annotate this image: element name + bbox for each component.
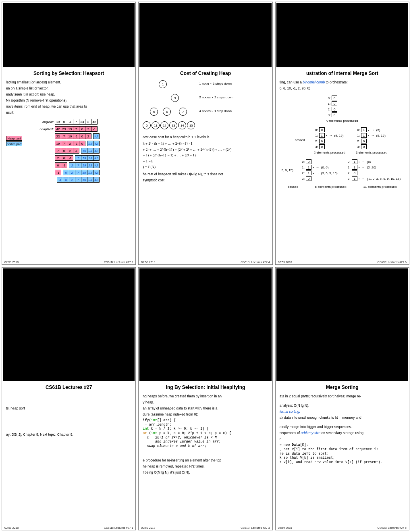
comb-stage-0: 0:0 1:0 2:0 3:0 0 elements processed — [280, 92, 405, 124]
slide-6-title: ustration of Internal Merge Sort — [280, 71, 405, 76]
slide-3: ing By Selection: Initial Heapifying ng … — [138, 267, 272, 530]
s3-code: ify(int[] arr) { = arr.length; int k = N… — [143, 418, 268, 448]
s3-line-0: ng heaps before, we created them by inse… — [143, 394, 268, 399]
s6-intro: ting, can use a binomial comb to orchest… — [280, 80, 405, 85]
footer-date-1: 02:59 2018 — [4, 526, 19, 529]
s5-l1-0: ata in 2 equal parts; recursively sort h… — [280, 394, 405, 399]
footer-page-2: CS61B: Lectures #27 2 — [104, 261, 133, 264]
heap-tree: 1 3 5 6 7 0 11 12 13 14 15 1 node × 3 st… — [143, 80, 268, 133]
s4-math-1: + 2¹ + … + 2^{h−1}) + (2⁰ + 2¹ + … + 2^{… — [143, 147, 268, 152]
tree-node-11: 11 — [152, 121, 160, 129]
s4-tail-2: symptotic cost. — [143, 178, 268, 183]
black-region — [3, 268, 135, 381]
s5-l2-4: e: — [280, 437, 405, 441]
tree-note-0: 1 node × 3 steps down — [199, 82, 232, 85]
footer-page-3: CS61B: Lectures #27 3 — [241, 526, 270, 529]
tree-node-0: 0 — [143, 121, 151, 129]
footer-page-5: CS61B: Lectures #27 5 — [378, 526, 407, 529]
footer-date-6: 02:59 2018 — [278, 261, 292, 264]
slide-3-title: ing By Selection: Initial Heapifying — [143, 384, 268, 390]
s3-tail-1: he heap is removed, repeated N/2 times. — [143, 464, 268, 469]
footer-page-6: CS61B: Lectures #27 6 — [378, 261, 407, 264]
tree-node-15: 15 — [187, 121, 195, 129]
tree-node-13: 13 — [169, 121, 177, 129]
s1-line-0: ts, heap sort — [6, 406, 131, 411]
s4-worst-intro: orst-case cost for a heap with h + 1 lev… — [143, 135, 268, 139]
footer-date-2: 02:59 2018 — [4, 261, 19, 264]
s5-l2-2: sequences of arbitrary size on secondary… — [280, 431, 405, 435]
footer-date-4: 02:59 2018 — [141, 261, 155, 264]
slide-2-title: Sorting by Selection: Heapsort — [6, 71, 131, 76]
black-region — [139, 3, 271, 67]
black-region — [276, 268, 408, 381]
footer-page-4: CS61B: Lectures #27 4 — [241, 261, 270, 264]
s1-line-1: ay: DS(IJ), Chapter 8; Next topic: Chapt… — [6, 432, 131, 437]
footer-page-1: CS61B: Lectures #27 1 — [104, 526, 133, 529]
s3-line-3: dure (assume heap indexed from 0): — [143, 412, 268, 417]
s6-cap-6: 6 elements processed — [315, 185, 347, 189]
comb-row-2-3: cessed 0:01:1•(9, 15)2:03:02 elements pr… — [280, 124, 405, 156]
s2-line-2: eady seen it in action: use heap. — [6, 92, 131, 97]
black-region — [276, 3, 408, 67]
s5-link: ternal sorting: — [280, 409, 405, 414]
s2-line-0: lecting smallest (or largest) element. — [6, 80, 131, 85]
s2-line-3: N) algorithm (N remove-first operations)… — [6, 98, 131, 103]
s4-math-0: h + 2¹ · (h − 1) + … + 2^{h−1} · 1 — [143, 141, 268, 146]
slide-1: CS61B Lectures #27 ts, heap sort ay: DS(… — [2, 267, 136, 530]
black-region — [139, 268, 271, 381]
footer-date-3: 02:59 2018 — [141, 526, 155, 529]
s6-cap-left: cessed — [288, 185, 298, 189]
s3-line-2: an array of unheaped data to start with,… — [143, 406, 268, 411]
slide-4: Cost of Creating Heap 1 3 5 6 7 0 11 12 … — [138, 2, 272, 265]
tree-node-14: 14 — [178, 121, 186, 129]
s5-l2-1: atedly merge into bigger and bigger sequ… — [280, 425, 405, 429]
s3-tail-2: f being Θ(N lg N), it's just Θ(N). — [143, 470, 268, 475]
slide-1-title: CS61B Lectures #27 — [6, 384, 131, 390]
comb-row-6-11: 5, 9, 15) 0:01:1•(0, 6)2:1•(3, 5, 9, 15)… — [280, 156, 405, 184]
legend-sorted: Sorted part — [6, 141, 22, 146]
tree-node-3: 3 — [171, 94, 179, 102]
tree-note-2: 4 nodes × 1 step down — [199, 109, 232, 113]
slide-2: Sorting by Selection: Heapsort lecting s… — [2, 2, 136, 265]
tree-node-7: 7 — [179, 108, 187, 116]
tree-node-12: 12 — [160, 121, 168, 129]
tree-note-1: 2 nodes × 2 steps down — [199, 96, 233, 99]
heap-arrays: original:190-1723242heapified:422319702-… — [25, 117, 100, 183]
s6-list: 0, 6, 10, -1, 2, 20, 8) — [280, 86, 405, 91]
black-region — [3, 3, 135, 67]
slide-4-title: Cost of Creating Heap — [143, 71, 268, 76]
tree-node-1: 1 — [159, 80, 167, 88]
s4-math-4: ) = Θ(N) — [143, 164, 268, 170]
legend-heap: Heap part — [6, 136, 22, 141]
s5-l2-0: ak data into small enough chunks to fit … — [280, 416, 405, 420]
tree-node-6: 6 — [163, 108, 171, 116]
slide-5: Merge Sorting ata in 2 equal parts; recu… — [275, 267, 409, 530]
s5-code: = new Data[K]; , set V[i] to the first d… — [280, 443, 405, 464]
slide-5-title: Merge Sorting — [280, 384, 405, 390]
s2-line-4: nove items from end of heap, we can use … — [6, 104, 131, 109]
s4-math-3: − 1 − h — [143, 159, 268, 164]
heap-legend: Heap part Sorted part — [6, 136, 22, 146]
s2-line-5: esult: — [6, 110, 131, 115]
footer-date-5: 02:59 2018 — [278, 526, 292, 529]
s2-line-1: ea on a simple list or vector. — [6, 86, 131, 91]
tree-node-5: 5 — [150, 108, 158, 116]
s3-tail-0: e procedure for re-inserting an element … — [143, 458, 268, 463]
s3-line-1: y heap. — [143, 400, 268, 405]
s5-l1-1: analysis: Θ(N lg N). — [280, 403, 405, 408]
s6-cap-11: 11 elements processed — [363, 185, 396, 189]
s4-tail-1: he rest of heapsort still takes Θ(N lg N… — [143, 172, 268, 177]
s4-math-2: − 1) + (2^{h−1} − 1) + … + (2¹ − 1) — [143, 153, 268, 158]
slide-6: ustration of Internal Merge Sort ting, c… — [275, 2, 409, 265]
